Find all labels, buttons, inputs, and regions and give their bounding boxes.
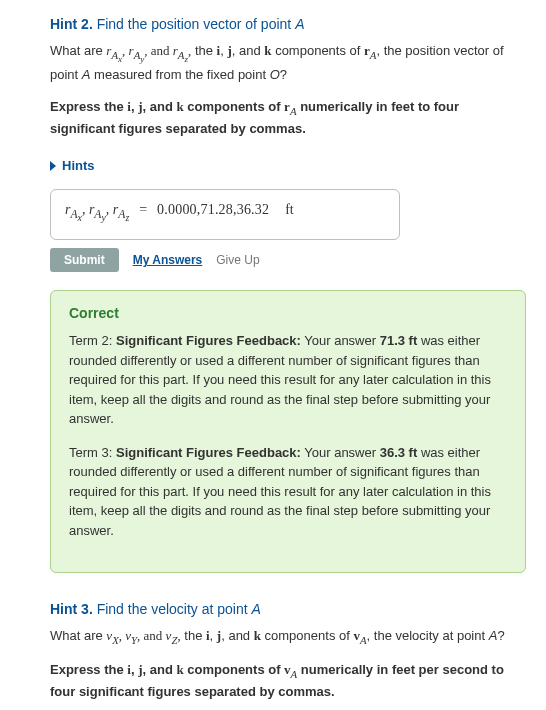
hint2-my-answers-link[interactable]: My Answers (133, 253, 203, 267)
sff-label-3: Significant Figures Feedback: (116, 445, 301, 460)
feedback-term3: Term 3: Significant Figures Feedback: Yo… (69, 443, 507, 541)
hint2-title-prefix: Hint 2. (50, 16, 93, 32)
hint2-answer-unit: ft (285, 202, 294, 218)
hint2-question: What are rAx, rAy, and rAz, the i, j, an… (50, 42, 526, 85)
term2-val: 71.3 ft (380, 333, 418, 348)
hint2-button-row: Submit My Answers Give Up (50, 248, 526, 272)
hint3-q-pre: What are (50, 628, 106, 643)
hint3-title-prefix: Hint 3. (50, 601, 93, 617)
hint2-give-up-link[interactable]: Give Up (216, 253, 259, 267)
hint2-hints-toggle[interactable]: Hints (50, 158, 95, 173)
hint2-ijk: i (217, 43, 221, 58)
hint2-rA: rA (364, 43, 376, 58)
hint2-submit-button[interactable]: Submit (50, 248, 119, 272)
hint3-instructions: Express the i, j, and k components of vA… (50, 660, 526, 701)
hint2-q-end: measured from the fixed point (90, 67, 269, 82)
hint2-answer-vars: rAx, rAy, rAz (65, 202, 129, 223)
hint3-vA: vA (353, 628, 366, 643)
hint2-q-mid: the (195, 43, 217, 58)
hint2-title: Hint 2. Find the position vector of poin… (50, 16, 526, 32)
hint2-answer-value: 0.0000,71.28,36.32 (157, 202, 269, 218)
hint2-answer-box: rAx, rAy, rAz = 0.0000,71.28,36.32 ft (50, 189, 400, 240)
sff-label-2: Significant Figures Feedback: (116, 333, 301, 348)
feedback-term2: Term 2: Significant Figures Feedback: Yo… (69, 331, 507, 429)
triangle-right-icon (50, 161, 56, 171)
hint2-hints-label: Hints (62, 158, 95, 173)
feedback-box: Correct Term 2: Significant Figures Feed… (50, 290, 526, 573)
hint2-q-pre: What are (50, 43, 106, 58)
hint2-O: O (270, 67, 280, 82)
hint3-qmark: ? (497, 628, 504, 643)
hint3-ijk: i (206, 628, 210, 643)
hint2-vars: rAx, rAy, and rAz, (106, 43, 191, 58)
feedback-correct: Correct (69, 305, 507, 321)
hint3-q-mid: the (184, 628, 206, 643)
hint3-title: Hint 3. Find the velocity at point A (50, 601, 526, 617)
hint3-vars: vX, vY, and vZ, (106, 628, 180, 643)
hint3-q-after: components of (261, 628, 354, 643)
equals-sign: = (139, 202, 147, 218)
hint2-qmark: ? (280, 67, 287, 82)
term3-val: 36.3 ft (380, 445, 418, 460)
hint2-title-var: A (295, 16, 304, 32)
hint2-q-after: components of (272, 43, 365, 58)
hint2-instructions: Express the i, j, and k components of rA… (50, 97, 526, 138)
term3-label: Term 3: (69, 445, 112, 460)
term3-lead: Your answer (301, 445, 380, 460)
hint3-question: What are vX, vY, and vZ, the i, j, and k… (50, 627, 526, 648)
hint2-title-rest: Find the position vector of point (93, 16, 295, 32)
hint2-answer-line: rAx, rAy, rAz = 0.0000,71.28,36.32 ft (65, 202, 385, 223)
hint3-title-rest: Find the velocity at point (93, 601, 252, 617)
term2-label: Term 2: (69, 333, 112, 348)
hint3-title-var: A (252, 601, 261, 617)
term2-lead: Your answer (301, 333, 380, 348)
hint3-q-tail: , the velocity at point (367, 628, 489, 643)
